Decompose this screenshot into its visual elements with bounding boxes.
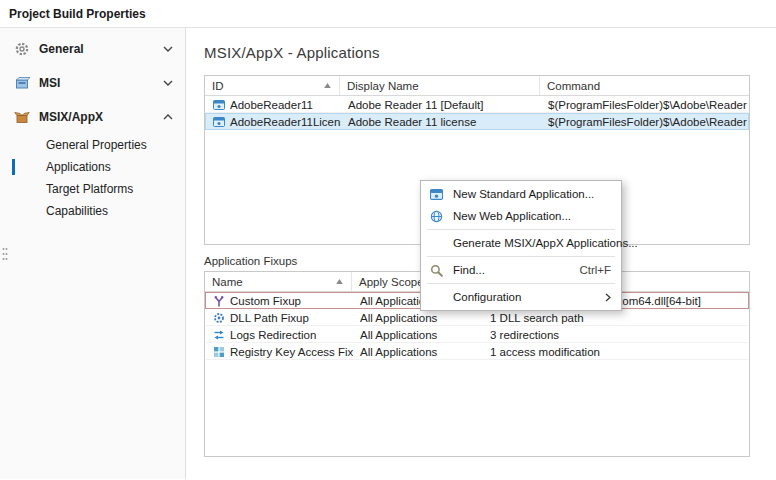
column-header-name[interactable]: Name — [205, 272, 352, 291]
app-icon — [213, 99, 225, 111]
sidebar-item-label: General Properties — [46, 138, 147, 152]
sidebar-section-label: MSI — [39, 76, 154, 90]
sidebar-section-label: MSIX/AppX — [39, 110, 154, 124]
sidebar-section-msi[interactable]: MSI — [0, 66, 185, 100]
window-title: Project Build Properties — [9, 7, 146, 21]
search-icon — [426, 264, 446, 277]
window-title-bar: Project Build Properties — [0, 0, 776, 28]
menu-separator — [427, 256, 615, 257]
menu-item-generate-msix-appx-applications[interactable]: Generate MSIX/AppX Applications... — [421, 232, 621, 254]
sidebar-section-general[interactable]: General — [0, 32, 185, 66]
redirect-arrows-icon — [213, 329, 225, 341]
sidebar-item-target-platforms[interactable]: Target Platforms — [0, 178, 185, 200]
menu-item-new-web-application[interactable]: New Web Application... — [421, 205, 621, 227]
gear-icon — [213, 312, 225, 324]
sidebar-item-label: Target Platforms — [46, 182, 133, 196]
gear-icon — [14, 41, 30, 57]
table-row-dll-path-fixup[interactable]: DLL Path Fixup All Applications 1 DLL se… — [205, 309, 749, 326]
sort-ascending-icon — [323, 82, 332, 90]
column-header-display-name[interactable]: Display Name — [340, 76, 540, 95]
new-standard-app-icon — [426, 188, 446, 201]
context-menu: New Standard Application... New Web Appl… — [420, 180, 622, 311]
chevron-up-icon — [163, 114, 173, 120]
sidebar-item-label: Capabilities — [46, 204, 108, 218]
menu-item-new-standard-application[interactable]: New Standard Application... — [421, 183, 621, 205]
column-header-id[interactable]: ID — [205, 76, 340, 95]
table-row-adobereader11[interactable]: AdobeReader11 Adobe Reader 11 [Default] … — [205, 96, 749, 113]
msi-package-icon — [14, 75, 30, 91]
table-row-logs-redirection[interactable]: Logs Redirection All Applications 3 redi… — [205, 326, 749, 343]
sidebar-section-label: General — [39, 42, 154, 56]
fixups-table-empty-area[interactable] — [205, 360, 749, 456]
menu-shortcut: Ctrl+F — [579, 264, 611, 276]
sidebar-item-capabilities[interactable]: Capabilities — [0, 200, 185, 222]
table-row-adobereader11license[interactable]: AdobeReader11License Adobe Reader 11 lic… — [205, 113, 749, 130]
sidebar-item-general-properties[interactable]: General Properties — [0, 134, 185, 156]
sidebar-item-label: Applications — [46, 160, 111, 174]
app-icon — [213, 116, 225, 128]
column-header-command[interactable]: Command — [540, 76, 749, 95]
drag-handle-icon[interactable] — [1, 246, 9, 262]
chevron-down-icon — [163, 80, 173, 86]
open-box-icon — [14, 109, 30, 125]
chevron-down-icon — [163, 46, 173, 52]
sort-ascending-icon — [335, 278, 344, 286]
submenu-arrow-icon — [605, 293, 611, 302]
menu-item-find[interactable]: Find... Ctrl+F — [421, 259, 621, 281]
custom-fixup-icon — [213, 295, 225, 307]
registry-grid-icon — [213, 346, 225, 358]
menu-item-configuration[interactable]: Configuration — [421, 286, 621, 308]
sidebar-section-msix-appx[interactable]: MSIX/AppX — [0, 100, 185, 134]
globe-icon — [426, 210, 446, 223]
project-build-properties-window: Project Build Properties General MSI — [0, 0, 776, 480]
page-title: MSIX/AppX - Applications — [204, 44, 750, 61]
applications-table-header: ID Display Name Command — [205, 76, 749, 96]
table-row-registry-key-access-fixup[interactable]: Registry Key Access Fixup All Applicatio… — [205, 343, 749, 360]
menu-separator — [427, 229, 615, 230]
menu-separator — [427, 283, 615, 284]
sidebar: General MSI MSIX/AppX — [0, 28, 186, 479]
sidebar-item-applications[interactable]: Applications — [0, 156, 185, 178]
